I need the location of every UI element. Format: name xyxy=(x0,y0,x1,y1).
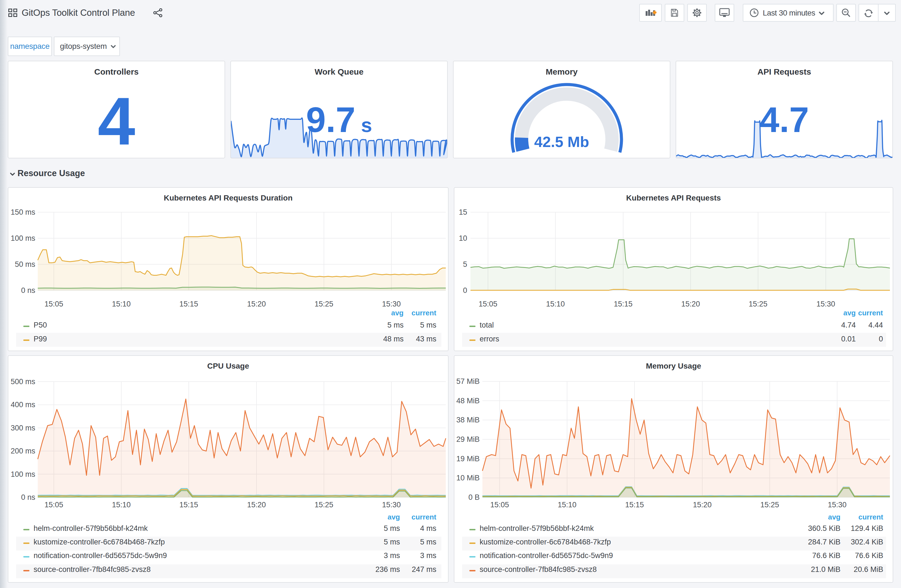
svg-text:0: 0 xyxy=(463,286,467,294)
svg-text:19 MiB: 19 MiB xyxy=(456,454,480,463)
svg-text:400 ms: 400 ms xyxy=(11,400,35,409)
svg-text:300 ms: 300 ms xyxy=(11,424,35,432)
svg-text:15:05: 15:05 xyxy=(44,501,63,509)
svg-text:15:30: 15:30 xyxy=(816,300,835,308)
svg-text:100 ms: 100 ms xyxy=(11,234,35,243)
svg-text:15:25: 15:25 xyxy=(315,300,334,308)
svg-text:10 MiB: 10 MiB xyxy=(456,474,480,482)
svg-text:15:25: 15:25 xyxy=(748,300,767,308)
svg-text:15:30: 15:30 xyxy=(382,300,401,308)
svg-text:15:25: 15:25 xyxy=(315,501,334,509)
svg-text:150 ms: 150 ms xyxy=(11,208,35,216)
svg-text:15:10: 15:10 xyxy=(546,300,565,308)
svg-text:15:25: 15:25 xyxy=(760,501,779,509)
svg-text:15:05: 15:05 xyxy=(490,501,509,509)
svg-text:0 ns: 0 ns xyxy=(21,286,35,294)
svg-text:15:30: 15:30 xyxy=(828,501,846,509)
svg-text:15:05: 15:05 xyxy=(479,300,497,308)
svg-text:48 MiB: 48 MiB xyxy=(456,397,480,405)
svg-text:38 MiB: 38 MiB xyxy=(456,416,480,424)
svg-text:15:10: 15:10 xyxy=(112,501,131,509)
svg-text:15:20: 15:20 xyxy=(247,501,266,509)
svg-text:50 ms: 50 ms xyxy=(15,260,35,269)
svg-text:10: 10 xyxy=(459,234,467,243)
svg-text:100 ms: 100 ms xyxy=(11,470,35,478)
svg-text:5: 5 xyxy=(463,260,467,269)
svg-text:15:15: 15:15 xyxy=(614,300,633,308)
svg-text:15: 15 xyxy=(459,208,467,216)
svg-text:200 ms: 200 ms xyxy=(11,447,35,455)
svg-text:15:10: 15:10 xyxy=(558,501,577,509)
svg-text:15:10: 15:10 xyxy=(112,300,131,308)
svg-text:15:20: 15:20 xyxy=(247,300,266,308)
svg-text:15:15: 15:15 xyxy=(179,501,198,509)
svg-text:15:15: 15:15 xyxy=(625,501,644,509)
svg-text:0 B: 0 B xyxy=(468,493,480,501)
svg-text:57 MiB: 57 MiB xyxy=(456,377,480,386)
svg-text:15:30: 15:30 xyxy=(382,501,401,509)
svg-text:15:20: 15:20 xyxy=(681,300,700,308)
svg-text:29 MiB: 29 MiB xyxy=(456,435,480,443)
svg-text:0 ns: 0 ns xyxy=(21,493,35,501)
svg-text:500 ms: 500 ms xyxy=(11,378,35,386)
svg-text:15:15: 15:15 xyxy=(179,300,198,308)
svg-text:15:05: 15:05 xyxy=(44,300,63,308)
svg-text:15:20: 15:20 xyxy=(693,501,712,509)
